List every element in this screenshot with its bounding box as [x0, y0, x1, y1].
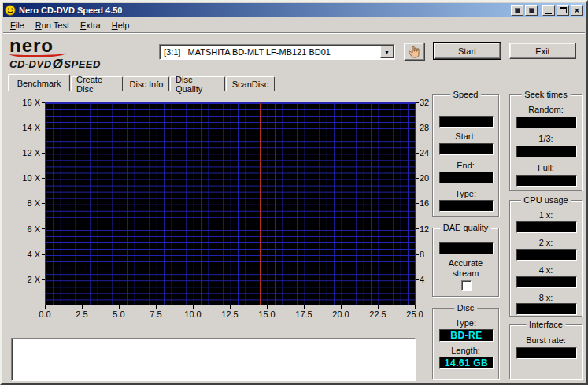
- x-axis-ticks: [45, 305, 416, 309]
- cpu-4x-label: 4 x:: [510, 265, 582, 275]
- benchmark-chart: [45, 102, 416, 305]
- y-left-tick-label: 8 X: [12, 198, 40, 208]
- y-left-tick-label: 14 X: [12, 123, 40, 132]
- menu-bar: File Run Test Extra Help: [3, 17, 585, 33]
- tab-disc-quality[interactable]: Disc Quality: [170, 76, 225, 91]
- maximize-icon: [560, 7, 567, 13]
- y-left-tick-label: 6 X: [12, 224, 40, 234]
- speed-panel-title: Speed: [450, 90, 482, 99]
- seek-times-title: Seek times: [521, 90, 570, 99]
- interface-panel-title: Interface: [526, 320, 566, 329]
- speed-panel: Speed Start: End: Type:: [432, 94, 499, 217]
- start-button[interactable]: Start: [434, 43, 501, 59]
- speed-start-label: Start:: [433, 131, 498, 141]
- y-axis-left-ticks: [42, 102, 45, 306]
- seek-third-label: 1/3:: [510, 134, 582, 143]
- hand-pointer-icon: [408, 46, 422, 58]
- chart-cursor-line: [260, 103, 261, 305]
- app-icon: [5, 5, 16, 16]
- speed-type-label: Type:: [433, 189, 498, 198]
- burst-rate-label: Burst rate:: [510, 335, 582, 345]
- accurate-stream-checkbox[interactable]: [461, 280, 472, 291]
- cpu-8x-label: 8 x:: [510, 293, 582, 302]
- nero-logo: nero CD-DVDØSPEED: [9, 37, 143, 70]
- menu-run-test[interactable]: Run Test: [30, 18, 75, 32]
- tab-create-disc[interactable]: Create Disc: [71, 76, 123, 91]
- cpu-8x-field: [516, 303, 577, 315]
- y-left-tick-label: 12 X: [12, 148, 40, 157]
- x-tick-label: 25.0: [401, 309, 429, 319]
- seek-full-label: Full:: [510, 163, 582, 172]
- x-tick-label: 15.0: [253, 309, 281, 319]
- cpu-usage-title: CPU usage: [520, 195, 571, 205]
- drive-selector-value: [3:1] MATSHITA BD-MLT LF-MB121 BD01: [160, 47, 380, 57]
- tool-icon: [515, 8, 520, 13]
- cpu-2x-field: [516, 249, 577, 261]
- titlebar-tool-button-2[interactable]: [525, 5, 538, 16]
- disc-panel: Disc Type: BD-RE Length: 14.61 GB: [432, 308, 499, 379]
- x-tick-label: 10.0: [179, 309, 207, 319]
- nero-brand-text: nero: [9, 37, 143, 54]
- close-button[interactable]: ×: [571, 5, 583, 16]
- minimize-icon: [545, 13, 552, 14]
- close-icon: ×: [575, 6, 579, 14]
- dae-quality-panel: DAE quality Accurate stream: [432, 228, 499, 297]
- x-tick-label: 20.0: [327, 309, 355, 319]
- speed-type-field: [439, 200, 494, 212]
- disc-length-label: Length:: [433, 346, 498, 355]
- speed-end-label: End:: [433, 161, 498, 170]
- y-left-tick-label: 10 X: [12, 173, 40, 183]
- dae-quality-title: DAE quality: [440, 223, 491, 232]
- title-bar: Nero CD-DVD Speed 4.50 ×: [3, 3, 585, 17]
- x-tick-label: 7.5: [142, 309, 170, 319]
- chevron-down-icon[interactable]: ▼: [380, 46, 394, 58]
- disc-length-value: 14.61 GB: [439, 357, 494, 369]
- y-axis-right-ticks: [416, 102, 419, 306]
- exit-button[interactable]: Exit: [509, 43, 576, 59]
- disc-panel-title: Disc: [454, 303, 477, 313]
- seek-third-field: [516, 146, 577, 157]
- y-left-tick-label: 16 X: [12, 98, 40, 107]
- seek-full-field: [516, 175, 577, 187]
- drive-selector[interactable]: [3:1] MATSHITA BD-MLT LF-MB121 BD01 ▼: [159, 44, 395, 60]
- seek-times-panel: Seek times Random: 1/3: Full:: [509, 94, 582, 191]
- cpu-2x-label: 2 x:: [510, 238, 582, 247]
- x-tick-label: 12.5: [216, 309, 244, 319]
- seek-random-label: Random:: [510, 105, 582, 114]
- x-tick-label: 17.5: [290, 309, 318, 319]
- disc-type-label: Type:: [433, 318, 498, 328]
- disc-type-value: BD-RE: [439, 329, 494, 342]
- interface-panel: Interface Burst rate:: [509, 324, 582, 379]
- tab-disc-info[interactable]: Disc Info: [124, 76, 169, 91]
- cpu-1x-label: 1 x:: [510, 210, 582, 220]
- drive-action-button[interactable]: [404, 43, 425, 61]
- seek-random-field: [516, 117, 577, 128]
- tab-benchmark[interactable]: Benchmark: [8, 74, 70, 91]
- menu-file[interactable]: File: [5, 18, 30, 32]
- tab-scandisc[interactable]: ScanDisc: [226, 76, 275, 91]
- cpu-1x-field: [516, 221, 577, 233]
- window-title: Nero CD-DVD Speed 4.50: [19, 6, 509, 15]
- x-tick-label: 2.5: [68, 309, 96, 319]
- minimize-button[interactable]: [542, 5, 555, 16]
- speed-start-field: [439, 143, 494, 155]
- cpu-usage-panel: CPU usage 1 x: 2 x: 4 x: 8 x:: [509, 200, 582, 317]
- results-text-area[interactable]: [11, 338, 416, 381]
- x-tick-label: 22.5: [364, 309, 392, 319]
- y-left-tick-label: 4 X: [12, 250, 40, 259]
- menu-help[interactable]: Help: [106, 18, 135, 32]
- y-left-tick-label: 2 X: [12, 275, 40, 284]
- titlebar-tool-button-1[interactable]: [511, 5, 523, 16]
- app-window: Nero CD-DVD Speed 4.50 × File Run Test E…: [0, 0, 588, 385]
- accurate-stream-label: Accurate stream: [433, 258, 498, 279]
- x-tick-label: 5.0: [105, 309, 133, 319]
- dae-score-field: [439, 242, 494, 254]
- tool-icon: [529, 8, 534, 13]
- speed-current-field: [439, 116, 494, 128]
- menu-extra[interactable]: Extra: [75, 18, 106, 32]
- logo-product-text: CD-DVDØSPEED: [9, 58, 143, 70]
- burst-rate-field: [516, 347, 577, 359]
- x-tick-label: 0.0: [31, 309, 59, 319]
- maximize-button[interactable]: [557, 5, 569, 16]
- cpu-4x-field: [516, 276, 577, 288]
